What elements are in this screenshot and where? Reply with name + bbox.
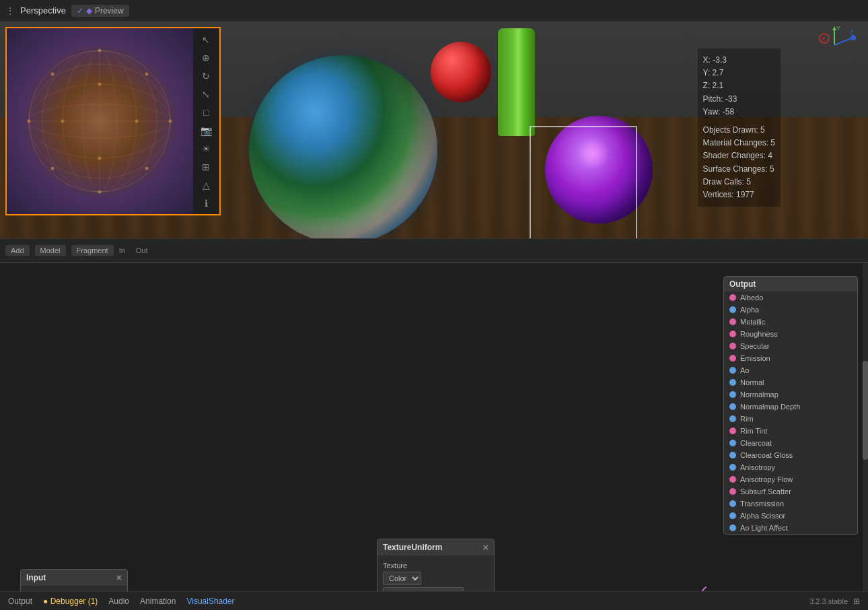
input-node-1-close[interactable]: × xyxy=(116,572,122,583)
texture1-type: Texture xyxy=(383,562,407,570)
output-clearcoat-gloss-label: Clearcoat Gloss xyxy=(740,451,793,459)
output-normalmap-depth: Normalmap Depth xyxy=(724,401,857,413)
texture1-default-select[interactable]: White Default Black xyxy=(383,587,464,591)
output-specular-label: Specular xyxy=(740,342,769,350)
add-button[interactable]: Add xyxy=(5,245,30,256)
output-clearcoat-gloss: Clearcoat Gloss xyxy=(724,449,857,461)
output-rim-tint-label: Rim Tint xyxy=(740,427,767,435)
tool-scale[interactable]: ⤡ xyxy=(196,86,215,102)
tool-info[interactable]: ℹ xyxy=(196,195,215,211)
status-output[interactable]: Output xyxy=(8,597,32,606)
tool-light[interactable]: ☀ xyxy=(196,140,215,157)
output-albedo: Albedo xyxy=(724,292,857,304)
version-label: 3.2.3.stable xyxy=(809,597,848,605)
output-rim-dot xyxy=(729,415,736,422)
tool-cursor[interactable]: ↖ xyxy=(196,31,215,48)
scrollbar-thumb[interactable] xyxy=(863,361,868,459)
svg-point-12 xyxy=(169,120,172,123)
tool-rotate[interactable]: ↻ xyxy=(196,67,215,84)
texture1-close[interactable]: × xyxy=(483,542,489,553)
green-cylinder xyxy=(498,28,535,136)
texture1-default-row: White Default Black xyxy=(383,587,489,591)
stat-objects: Objects Drawn: 5 xyxy=(703,124,775,137)
status-visual-shader[interactable]: VisualShader xyxy=(186,597,234,606)
output-rim-tint: Rim Tint xyxy=(724,425,857,437)
output-specular: Specular xyxy=(724,340,857,352)
output-subsurf-label: Subsurf Scatter xyxy=(740,487,791,496)
output-ao-dot xyxy=(729,367,736,374)
svg-point-16 xyxy=(145,167,149,170)
svg-point-27 xyxy=(851,35,856,40)
viewport-menu-dots[interactable]: ⋮ xyxy=(5,5,15,16)
viewport-header: ⋮ Perspective ✓ ◆ Preview xyxy=(0,0,868,22)
preview-icon: ◆ xyxy=(86,6,92,15)
viewport-title: Perspective xyxy=(20,5,66,15)
tool-select[interactable]: □ xyxy=(196,104,215,121)
output-albedo-label: Albedo xyxy=(740,294,763,302)
preview-panel: ↖ ⊕ ↻ ⤡ □ 📷 ☀ ⊞ △ ℹ xyxy=(5,27,221,215)
preview-button[interactable]: ✓ ◆ Preview xyxy=(71,5,129,17)
output-clearcoat-gloss-dot xyxy=(729,452,736,459)
output-anisotropy-flow-dot xyxy=(729,476,736,483)
output-alpha-scissor: Alpha Scissor xyxy=(724,510,857,522)
output-body: Albedo Alpha Metallic Roughness Specular… xyxy=(724,292,857,534)
stat-y: Y: 2.7 xyxy=(703,67,775,79)
editor-scrollbar[interactable] xyxy=(863,263,868,591)
output-normalmap-label: Normalmap xyxy=(740,391,779,399)
svg-point-20 xyxy=(135,120,139,123)
output-normalmap-depth-dot xyxy=(729,403,736,410)
status-animation[interactable]: Animation xyxy=(140,597,176,606)
svg-point-11 xyxy=(28,120,31,123)
layout-icon[interactable]: ⊞ xyxy=(853,597,860,606)
bar-in-label: In xyxy=(119,246,125,255)
texture1-header: TextureUniform × xyxy=(377,539,494,555)
status-debugger[interactable]: ● Debugger (1) xyxy=(43,597,98,606)
shader-editor: Input × 🖩 uv ▾ 〜 Input × flt xyxy=(0,263,868,591)
tool-move[interactable]: ⊕ xyxy=(196,49,215,66)
input-node-1: Input × 🖩 uv ▾ 〜 xyxy=(20,569,128,591)
stat-x: X: -3.3 xyxy=(703,54,775,67)
output-clearcoat-label: Clearcoat xyxy=(740,439,772,447)
output-node: Output Albedo Alpha Metallic Roughness S… xyxy=(723,276,858,535)
texture1-channel-select[interactable]: Color Data xyxy=(383,572,421,585)
output-title: Output xyxy=(729,279,756,289)
output-normal: Normal xyxy=(724,376,857,388)
svg-point-18 xyxy=(98,157,102,160)
model-button[interactable]: Model xyxy=(35,245,66,256)
stat-vertices: Vertices: 1977 xyxy=(703,189,775,201)
preview-check: ✓ xyxy=(77,6,83,15)
output-roughness-dot xyxy=(729,331,736,337)
output-roughness-label: Roughness xyxy=(740,330,778,338)
preview-toolbar: ↖ ⊕ ↻ ⤡ □ 📷 ☀ ⊞ △ ℹ xyxy=(193,28,220,214)
output-header: Output xyxy=(724,277,857,292)
svg-line-26 xyxy=(834,38,851,45)
output-normal-dot xyxy=(729,379,736,386)
status-left: Output ● Debugger (1) Audio Animation Vi… xyxy=(8,597,235,606)
tool-grid[interactable]: ⊞ xyxy=(196,158,215,175)
output-ao: Ao xyxy=(724,364,857,376)
output-anisotropy-label: Anisotropy xyxy=(740,463,775,471)
stat-z: Z: 2.1 xyxy=(703,79,775,92)
texture-node-1: TextureUniform × Texture Color Data Whit… xyxy=(377,539,495,591)
debugger-dot: ● xyxy=(43,597,48,606)
output-emission: Emission xyxy=(724,352,857,364)
output-alpha-label: Alpha xyxy=(740,306,759,314)
stat-draw: Draw Calls: 5 xyxy=(703,176,775,189)
svg-point-14 xyxy=(145,73,149,76)
output-ao-light-dot xyxy=(729,524,736,531)
svg-text:Z: Z xyxy=(850,29,854,36)
output-alpha-scissor-dot xyxy=(729,512,736,519)
fragment-button[interactable]: Fragment xyxy=(71,245,114,256)
output-alpha-scissor-label: Alpha Scissor xyxy=(740,512,785,520)
output-rim: Rim xyxy=(724,413,857,425)
input-node-1-body: 🖩 uv ▾ 〜 xyxy=(21,586,127,591)
status-audio[interactable]: Audio xyxy=(108,597,129,606)
status-right: 3.2.3.stable ⊞ xyxy=(809,597,860,606)
tool-camera[interactable]: 📷 xyxy=(196,122,215,139)
output-ao-light-label: Ao Light Affect xyxy=(740,524,788,532)
svg-point-15 xyxy=(51,167,55,170)
svg-point-10 xyxy=(98,191,102,194)
earth-sphere xyxy=(249,55,437,238)
tool-wire[interactable]: △ xyxy=(196,176,215,193)
stat-pitch: Pitch: -33 xyxy=(703,93,775,106)
